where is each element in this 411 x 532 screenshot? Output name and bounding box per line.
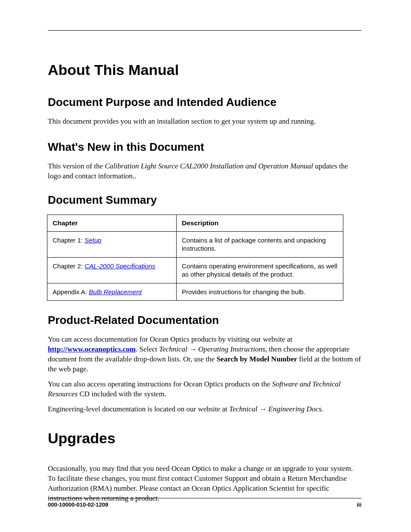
chapter-prefix: Chapter 2:	[53, 262, 84, 270]
heading-related: Product-Related Documentation	[48, 314, 361, 327]
whatsnew-prefix: This version of the	[48, 162, 105, 170]
related-url[interactable]: http://www.oceanoptics.com	[48, 345, 136, 353]
section-purpose: Document Purpose and Intended Audience T…	[48, 96, 361, 127]
table-row: Chapter 1: Setup Contains a list of pack…	[47, 231, 343, 257]
related-p1-a: You can access documentation for Ocean O…	[48, 335, 293, 343]
related-nav1: Technical → Operating Instructions	[159, 345, 265, 353]
related-p3: Engineering-level documentation is locat…	[48, 404, 361, 414]
th-chapter: Chapter	[47, 215, 177, 231]
footer: 000-10000-010-02-1209 iii	[48, 501, 361, 508]
related-p3-a: Engineering-level documentation is locat…	[48, 405, 229, 413]
table-row: Chapter 2: CAL-2000 Specifications Conta…	[47, 257, 343, 283]
body-whatsnew: This version of the Calibration Light So…	[48, 162, 361, 181]
th-description: Description	[177, 215, 343, 231]
chapter-prefix: Appendix A:	[53, 288, 89, 296]
chapter-prefix: Chapter 1:	[53, 236, 84, 244]
related-p3-italic: Technical → Engineering Docs.	[229, 405, 323, 413]
chapter-link-bulb[interactable]: Bulb Replacement	[89, 288, 142, 296]
chapter-link-setup[interactable]: Setup	[84, 236, 101, 244]
whatsnew-doc-title: Calibration Light Source CAL2000 Install…	[105, 162, 313, 170]
chapter-link-specs[interactable]: CAL-2000 Specifications	[84, 262, 155, 270]
section-related: Product-Related Documentation You can ac…	[48, 314, 361, 414]
main-title: About This Manual	[48, 62, 361, 78]
upgrades-body: Occasionally, you may find that you need…	[48, 464, 361, 504]
heading-purpose: Document Purpose and Intended Audience	[48, 96, 361, 109]
related-search-label: Search by Model Number	[217, 355, 297, 363]
footer-rule	[48, 498, 361, 498]
cell-chapter: Chapter 1: Setup	[47, 231, 177, 257]
cell-chapter: Appendix A: Bulb Replacement	[47, 283, 177, 301]
cell-chapter: Chapter 2: CAL-2000 Specifications	[47, 257, 177, 283]
body-purpose: This document provides you with an insta…	[48, 117, 361, 127]
cell-description: Contains a list of package contents and …	[177, 231, 343, 257]
page-content: About This Manual Document Purpose and I…	[0, 0, 411, 504]
related-p2-a: You can also access operating instructio…	[48, 380, 272, 388]
section-whatsnew: What's New in this Document This version…	[48, 140, 361, 181]
footer-pagenum: iii	[357, 501, 361, 508]
section-summary: Document Summary Chapter Description Cha…	[48, 193, 361, 301]
related-p2-b: CD included with the system.	[78, 390, 166, 398]
related-p1-b: . Select	[136, 345, 159, 353]
footer-docnum: 000-10000-010-02-1209	[48, 501, 108, 508]
cell-description: Contains operating environment specifica…	[177, 257, 343, 283]
top-rule	[48, 30, 361, 31]
upgrades-title: Upgrades	[48, 430, 361, 447]
cell-description: Provides instructions for changing the b…	[177, 283, 343, 301]
table-row: Appendix A: Bulb Replacement Provides in…	[47, 283, 343, 301]
table-header-row: Chapter Description	[47, 215, 343, 231]
heading-whatsnew: What's New in this Document	[48, 140, 361, 154]
heading-summary: Document Summary	[48, 193, 361, 207]
related-p1: You can access documentation for Ocean O…	[48, 335, 361, 374]
related-p2: You can also access operating instructio…	[48, 380, 361, 399]
summary-table: Chapter Description Chapter 1: Setup Con…	[47, 215, 343, 301]
